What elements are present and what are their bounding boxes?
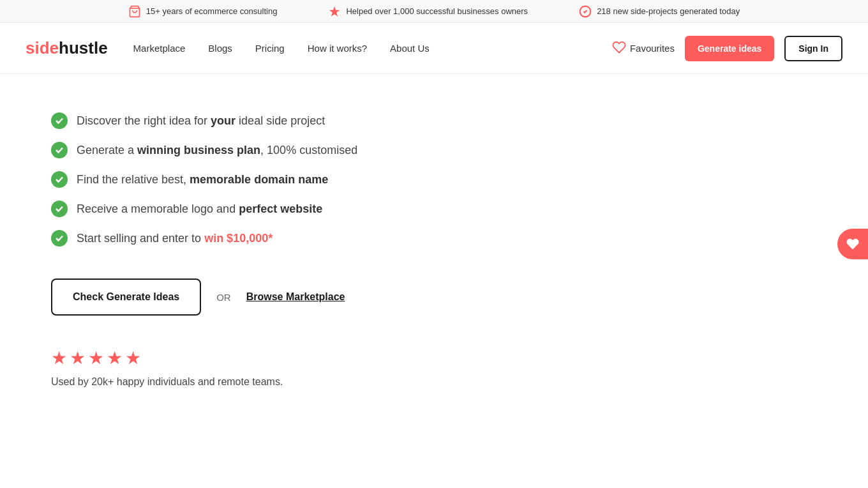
heart-icon xyxy=(612,40,626,56)
feature-item-4: Receive a memorable logo and perfect web… xyxy=(51,201,523,217)
announcement-text-3: 218 new side-projects generated today xyxy=(597,6,740,16)
users-text: Used by 20k+ happy individuals and remot… xyxy=(51,376,523,388)
stars-row: ★ ★ ★ ★ ★ xyxy=(51,347,523,369)
check-generate-ideas-button[interactable]: Check Generate Ideas xyxy=(51,278,201,316)
floating-heart-button[interactable] xyxy=(837,229,868,259)
nav-item-marketplace[interactable]: Marketplace xyxy=(133,43,186,54)
check-icon-1 xyxy=(51,112,68,129)
feature-list: Discover the right idea for your ideal s… xyxy=(51,112,523,247)
navbar-right: Favourites Generate ideas Sign In xyxy=(612,36,842,61)
check-icon-5 xyxy=(51,230,68,247)
browse-marketplace-button[interactable]: Browse Marketplace xyxy=(246,291,345,303)
favourites-button[interactable]: Favourites xyxy=(612,40,675,56)
generate-ideas-button[interactable]: Generate ideas xyxy=(685,36,774,61)
nav-item-blogs[interactable]: Blogs xyxy=(208,43,232,54)
or-text: OR xyxy=(216,292,231,303)
main-content: Discover the right idea for your ideal s… xyxy=(0,74,574,413)
nav-item-how-it-works[interactable]: How it works? xyxy=(308,43,367,54)
nav-item-about-us[interactable]: About Us xyxy=(390,43,430,54)
feature-item-5: Start selling and enter to win $10,000* xyxy=(51,230,523,247)
sparkle-icon xyxy=(328,5,341,18)
feature-text-4: Receive a memorable logo and perfect web… xyxy=(77,202,322,216)
navbar: sidehustle Marketplace Blogs Pricing How… xyxy=(0,23,868,74)
announcement-text-2: Helped over 1,000 successful businesses … xyxy=(346,6,528,16)
favourites-label: Favourites xyxy=(630,43,675,54)
feature-item-2: Generate a winning business plan, 100% c… xyxy=(51,142,523,158)
star-4: ★ xyxy=(107,347,123,369)
check-icon-3 xyxy=(51,171,68,188)
feature-item-3: Find the relative best, memorable domain… xyxy=(51,171,523,188)
logo-side: side xyxy=(26,38,59,57)
announcement-text-1: 15+ years of ecommerce consulting xyxy=(146,6,278,16)
announcement-bar: 15+ years of ecommerce consulting Helped… xyxy=(0,0,868,23)
nav-links: Marketplace Blogs Pricing How it works? … xyxy=(133,43,430,54)
logo[interactable]: sidehustle xyxy=(26,38,108,58)
announcement-item-1: 15+ years of ecommerce consulting xyxy=(128,5,278,18)
announcement-item-2: Helped over 1,000 successful businesses … xyxy=(328,5,528,18)
check-icon-4 xyxy=(51,201,68,217)
nav-item-pricing[interactable]: Pricing xyxy=(255,43,285,54)
announcement-item-3: 218 new side-projects generated today xyxy=(579,5,740,18)
feature-text-1: Discover the right idea for your ideal s… xyxy=(77,114,325,128)
star-3: ★ xyxy=(88,347,104,369)
cta-row: Check Generate Ideas OR Browse Marketpla… xyxy=(51,278,523,316)
star-1: ★ xyxy=(51,347,67,369)
check-icon-2 xyxy=(51,142,68,158)
feature-item-1: Discover the right idea for your ideal s… xyxy=(51,112,523,129)
star-5: ★ xyxy=(125,347,141,369)
check-circle-icon xyxy=(579,5,592,18)
logo-hustle: hustle xyxy=(59,38,108,57)
sign-in-button[interactable]: Sign In xyxy=(784,36,842,61)
feature-text-2: Generate a winning business plan, 100% c… xyxy=(77,144,357,157)
cart-icon xyxy=(128,5,141,18)
win-link[interactable]: win $10,000* xyxy=(204,232,273,245)
feature-text-3: Find the relative best, memorable domain… xyxy=(77,173,328,187)
feature-text-5: Start selling and enter to win $10,000* xyxy=(77,232,273,245)
navbar-left: sidehustle Marketplace Blogs Pricing How… xyxy=(26,38,430,58)
star-2: ★ xyxy=(70,347,86,369)
